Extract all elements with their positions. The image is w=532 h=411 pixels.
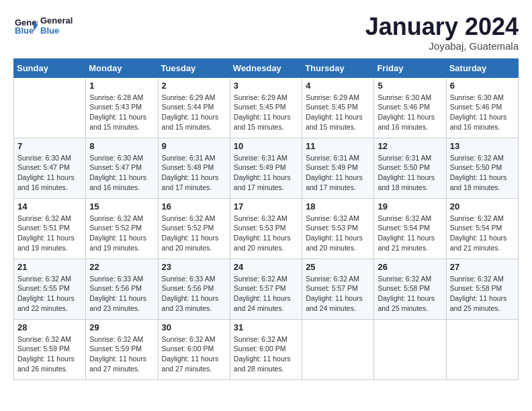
table-row: 6Sunrise: 6:30 AMSunset: 5:46 PMDaylight…	[446, 77, 518, 138]
table-row	[374, 319, 446, 379]
day-info: Sunrise: 6:28 AMSunset: 5:43 PMDaylight:…	[89, 93, 154, 132]
day-number: 23	[162, 262, 226, 272]
page-header: General Blue General Blue January 2024 J…	[13, 13, 519, 52]
day-number: 24	[234, 262, 298, 272]
day-number: 31	[234, 322, 298, 332]
day-info: Sunrise: 6:30 AMSunset: 5:46 PMDaylight:…	[450, 93, 515, 132]
table-row: 9Sunrise: 6:31 AMSunset: 5:48 PMDaylight…	[158, 138, 230, 198]
table-row: 3Sunrise: 6:29 AMSunset: 5:45 PMDaylight…	[230, 77, 302, 138]
day-info: Sunrise: 6:30 AMSunset: 5:47 PMDaylight:…	[17, 153, 82, 193]
calendar-week-row: 7Sunrise: 6:30 AMSunset: 5:47 PMDaylight…	[14, 138, 519, 198]
logo: General Blue General Blue	[13, 13, 73, 38]
table-row: 31Sunrise: 6:32 AMSunset: 6:00 PMDayligh…	[230, 319, 302, 379]
day-info: Sunrise: 6:32 AMSunset: 5:54 PMDaylight:…	[378, 214, 442, 253]
day-info: Sunrise: 6:32 AMSunset: 5:59 PMDaylight:…	[17, 334, 82, 374]
day-number: 11	[306, 141, 370, 151]
table-row: 27Sunrise: 6:32 AMSunset: 5:58 PMDayligh…	[446, 259, 518, 319]
day-info: Sunrise: 6:32 AMSunset: 5:57 PMDaylight:…	[234, 274, 298, 314]
day-number: 4	[306, 81, 370, 91]
day-number: 13	[450, 141, 515, 151]
table-row: 12Sunrise: 6:31 AMSunset: 5:50 PMDayligh…	[374, 138, 446, 198]
day-number: 12	[378, 141, 442, 151]
table-row: 20Sunrise: 6:32 AMSunset: 5:54 PMDayligh…	[446, 198, 518, 259]
day-number: 21	[17, 262, 82, 272]
table-row: 25Sunrise: 6:32 AMSunset: 5:57 PMDayligh…	[302, 259, 374, 319]
table-row	[302, 319, 374, 379]
col-wednesday: Wednesday	[230, 58, 302, 77]
day-number: 3	[234, 81, 298, 91]
col-friday: Friday	[374, 58, 446, 77]
table-row: 28Sunrise: 6:32 AMSunset: 5:59 PMDayligh…	[14, 319, 86, 379]
day-info: Sunrise: 6:33 AMSunset: 5:56 PMDaylight:…	[89, 274, 154, 314]
table-row: 21Sunrise: 6:32 AMSunset: 5:55 PMDayligh…	[14, 259, 86, 319]
day-number: 6	[450, 81, 515, 91]
brand-name-part1: General	[40, 15, 73, 26]
day-info: Sunrise: 6:32 AMSunset: 5:58 PMDaylight:…	[450, 274, 515, 314]
table-row: 8Sunrise: 6:30 AMSunset: 5:47 PMDaylight…	[86, 138, 158, 198]
day-number: 20	[450, 201, 515, 212]
day-number: 10	[234, 141, 298, 151]
day-info: Sunrise: 6:32 AMSunset: 5:53 PMDaylight:…	[306, 214, 370, 253]
col-monday: Monday	[86, 58, 158, 77]
day-info: Sunrise: 6:30 AMSunset: 5:47 PMDaylight:…	[89, 153, 154, 193]
table-row: 10Sunrise: 6:31 AMSunset: 5:49 PMDayligh…	[230, 138, 302, 198]
day-number: 29	[89, 322, 154, 332]
table-row: 7Sunrise: 6:30 AMSunset: 5:47 PMDaylight…	[14, 138, 86, 198]
table-row	[14, 77, 86, 138]
day-info: Sunrise: 6:29 AMSunset: 5:45 PMDaylight:…	[306, 93, 370, 132]
day-info: Sunrise: 6:32 AMSunset: 5:55 PMDaylight:…	[17, 274, 82, 314]
day-info: Sunrise: 6:29 AMSunset: 5:44 PMDaylight:…	[162, 93, 226, 132]
col-saturday: Saturday	[446, 58, 518, 77]
month-year-title: January 2024	[365, 13, 519, 40]
col-tuesday: Tuesday	[158, 58, 230, 77]
day-info: Sunrise: 6:32 AMSunset: 5:51 PMDaylight:…	[17, 214, 82, 253]
day-number: 16	[162, 201, 226, 212]
day-info: Sunrise: 6:32 AMSunset: 5:54 PMDaylight:…	[450, 214, 515, 253]
table-row: 29Sunrise: 6:32 AMSunset: 5:59 PMDayligh…	[86, 319, 158, 379]
day-info: Sunrise: 6:32 AMSunset: 6:00 PMDaylight:…	[162, 334, 226, 374]
day-info: Sunrise: 6:32 AMSunset: 5:52 PMDaylight:…	[89, 214, 154, 253]
brand-name-part2: Blue	[40, 26, 73, 36]
logo-icon: General Blue	[13, 13, 38, 38]
col-thursday: Thursday	[302, 58, 374, 77]
table-row: 30Sunrise: 6:32 AMSunset: 6:00 PMDayligh…	[158, 319, 230, 379]
calendar-table: Sunday Monday Tuesday Wednesday Thursday…	[13, 58, 519, 380]
svg-text:Blue: Blue	[15, 26, 34, 36]
day-number: 27	[450, 262, 515, 272]
day-number: 18	[306, 201, 370, 212]
table-row: 11Sunrise: 6:31 AMSunset: 5:49 PMDayligh…	[302, 138, 374, 198]
day-info: Sunrise: 6:29 AMSunset: 5:45 PMDaylight:…	[234, 93, 298, 132]
day-info: Sunrise: 6:30 AMSunset: 5:46 PMDaylight:…	[378, 93, 442, 132]
day-number: 5	[378, 81, 442, 91]
day-number: 30	[162, 322, 226, 332]
table-row: 24Sunrise: 6:32 AMSunset: 5:57 PMDayligh…	[230, 259, 302, 319]
table-row: 14Sunrise: 6:32 AMSunset: 5:51 PMDayligh…	[14, 198, 86, 259]
table-row: 5Sunrise: 6:30 AMSunset: 5:46 PMDaylight…	[374, 77, 446, 138]
table-row: 4Sunrise: 6:29 AMSunset: 5:45 PMDaylight…	[302, 77, 374, 138]
day-number: 9	[162, 141, 226, 151]
day-number: 25	[306, 262, 370, 272]
table-row: 23Sunrise: 6:33 AMSunset: 5:56 PMDayligh…	[158, 259, 230, 319]
table-row: 13Sunrise: 6:32 AMSunset: 5:50 PMDayligh…	[446, 138, 518, 198]
table-row: 2Sunrise: 6:29 AMSunset: 5:44 PMDaylight…	[158, 77, 230, 138]
day-info: Sunrise: 6:32 AMSunset: 5:53 PMDaylight:…	[234, 214, 298, 253]
day-info: Sunrise: 6:32 AMSunset: 5:59 PMDaylight:…	[89, 334, 154, 374]
day-number: 2	[162, 81, 226, 91]
table-row: 26Sunrise: 6:32 AMSunset: 5:58 PMDayligh…	[374, 259, 446, 319]
table-row	[446, 319, 518, 379]
table-row: 18Sunrise: 6:32 AMSunset: 5:53 PMDayligh…	[302, 198, 374, 259]
day-info: Sunrise: 6:31 AMSunset: 5:50 PMDaylight:…	[378, 153, 442, 193]
col-sunday: Sunday	[14, 58, 86, 77]
calendar-week-row: 21Sunrise: 6:32 AMSunset: 5:55 PMDayligh…	[14, 259, 519, 319]
table-row: 1Sunrise: 6:28 AMSunset: 5:43 PMDaylight…	[86, 77, 158, 138]
title-area: January 2024 Joyabaj, Guatemala	[365, 13, 519, 52]
table-row: 19Sunrise: 6:32 AMSunset: 5:54 PMDayligh…	[374, 198, 446, 259]
day-number: 15	[89, 201, 154, 212]
table-row: 17Sunrise: 6:32 AMSunset: 5:53 PMDayligh…	[230, 198, 302, 259]
calendar-week-row: 14Sunrise: 6:32 AMSunset: 5:51 PMDayligh…	[14, 198, 519, 259]
day-number: 8	[89, 141, 154, 151]
day-number: 7	[17, 141, 82, 151]
weekday-header-row: Sunday Monday Tuesday Wednesday Thursday…	[14, 58, 519, 77]
day-number: 26	[378, 262, 442, 272]
day-info: Sunrise: 6:32 AMSunset: 5:52 PMDaylight:…	[162, 214, 226, 253]
